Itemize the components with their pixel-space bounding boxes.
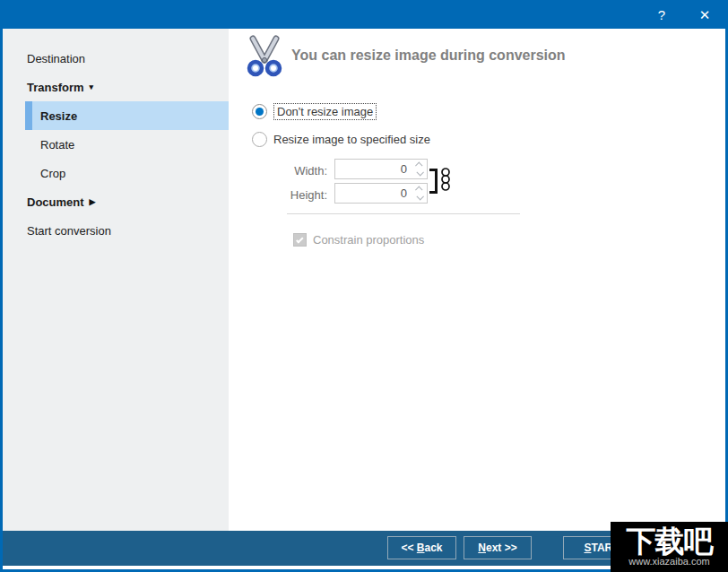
sidebar-item-start-conversion[interactable]: Start conversion — [3, 216, 229, 245]
sidebar-item-crop[interactable]: Crop — [3, 159, 229, 187]
chevron-right-icon: ▶ — [90, 197, 96, 206]
watermark-logo-text: 下载吧 — [627, 526, 713, 556]
sidebar-item-resize[interactable]: Resize — [25, 101, 229, 130]
sidebar-item-label: Rotate — [40, 138, 74, 152]
next-button-text-post: ext >> — [486, 542, 517, 554]
height-spinner[interactable]: 0 — [334, 183, 428, 204]
help-icon[interactable]: ? — [654, 8, 669, 22]
chevron-down-icon: ▾ — [90, 82, 94, 91]
width-input[interactable]: 0 — [335, 162, 412, 176]
next-button-mnemonic: N — [478, 542, 486, 554]
radio-selected-icon[interactable] — [252, 104, 267, 119]
sidebar-item-document[interactable]: Document ▶ — [3, 187, 229, 216]
radio-unselected-icon[interactable] — [252, 132, 267, 147]
spin-down-icon[interactable] — [416, 169, 423, 176]
watermark: 下载吧 www.xiazaiba.com — [611, 522, 728, 572]
back-button[interactable]: << Back — [387, 536, 456, 559]
sidebar-item-label: Crop — [40, 167, 65, 180]
sidebar-item-label: Resize — [40, 109, 77, 123]
separator-line — [287, 213, 520, 214]
height-input[interactable]: 0 — [335, 186, 412, 200]
page-title: You can resize image during conversion — [291, 48, 566, 64]
width-label: Width: — [269, 164, 327, 178]
checkbox-checked-disabled-icon — [293, 233, 307, 247]
link-bracket — [429, 169, 438, 194]
width-spinner-arrows[interactable] — [412, 160, 427, 178]
radio-resize-to-size-label[interactable]: Resize image to specified size — [273, 133, 430, 146]
radio-dont-resize[interactable]: Don't resize image — [252, 103, 377, 120]
scissors-icon — [244, 34, 285, 77]
sidebar: Destination Transform ▾ Resize Rotate Cr… — [3, 29, 229, 531]
sidebar-item-label: Start conversion — [27, 224, 111, 238]
radio-resize-to-size[interactable]: Resize image to specified size — [252, 132, 430, 147]
width-spinner[interactable]: 0 — [334, 159, 428, 179]
sidebar-item-label: Destination — [27, 52, 85, 65]
constrain-proportions-label: Constrain proportions — [313, 233, 424, 247]
sidebar-item-label: Transform — [27, 81, 84, 94]
radio-dont-resize-label[interactable]: Don't resize image — [273, 103, 377, 120]
sidebar-item-transform[interactable]: Transform ▾ — [3, 73, 229, 101]
titlebar: ? ✕ — [0, 0, 728, 29]
constrain-proportions-row: Constrain proportions — [293, 233, 424, 247]
height-label: Height: — [269, 188, 327, 202]
app-window: ? ✕ Destination Transform ▾ Resize Rotat… — [0, 0, 728, 572]
close-icon[interactable]: ✕ — [698, 8, 712, 22]
watermark-url: www.xiazaiba.com — [628, 556, 709, 568]
chain-link-icon — [439, 167, 452, 194]
sidebar-item-destination[interactable]: Destination — [3, 44, 229, 73]
next-button[interactable]: Next >> — [464, 536, 532, 559]
sidebar-item-label: Document — [27, 195, 84, 209]
height-spinner-arrows[interactable] — [412, 184, 427, 203]
sidebar-item-rotate[interactable]: Rotate — [3, 130, 229, 159]
back-button-mnemonic: B — [417, 542, 425, 554]
main-panel: You can resize image during conversion D… — [229, 29, 725, 531]
spin-down-icon[interactable] — [416, 193, 423, 200]
back-button-text-pre: << — [401, 542, 416, 554]
back-button-text-post: ack — [425, 542, 443, 554]
